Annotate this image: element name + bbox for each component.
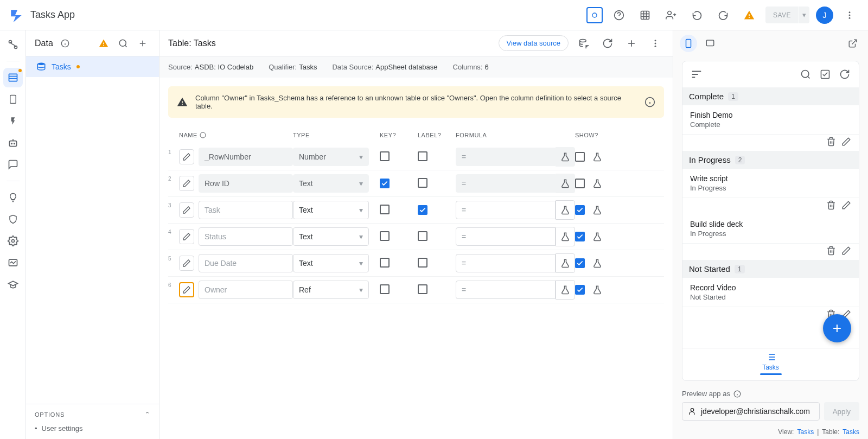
phone-nav-tasks[interactable]: Tasks: [682, 348, 859, 380]
add-table-icon[interactable]: [135, 36, 150, 51]
label-checkbox[interactable]: [418, 151, 427, 161]
table-link[interactable]: Tasks: [843, 428, 859, 436]
column-name-input[interactable]: Due Date: [199, 254, 293, 272]
column-type-select[interactable]: Text▾: [293, 227, 369, 246]
group-header[interactable]: In Progress2: [682, 151, 859, 169]
rail-settings-icon[interactable]: [3, 231, 23, 251]
label-checkbox[interactable]: [418, 231, 427, 241]
search-icon[interactable]: [116, 36, 131, 51]
column-name-input[interactable]: _RowNumber: [199, 148, 293, 166]
view-link[interactable]: Tasks: [797, 428, 814, 436]
label-checkbox[interactable]: [418, 284, 427, 294]
save-dropdown[interactable]: ▾: [799, 7, 809, 23]
column-name-input[interactable]: Row ID: [199, 174, 293, 193]
rail-intelligence-icon[interactable]: [3, 188, 23, 207]
edit-column-button[interactable]: [179, 282, 194, 297]
column-type-select[interactable]: Text▾: [293, 174, 369, 193]
show-checkbox[interactable]: [575, 232, 585, 241]
rail-home-icon[interactable]: [3, 35, 23, 54]
grid-icon[interactable]: [635, 5, 655, 25]
show-checkbox[interactable]: [575, 285, 585, 295]
key-checkbox[interactable]: [380, 231, 390, 241]
label-checkbox[interactable]: [418, 258, 427, 268]
rail-security-icon[interactable]: [3, 209, 23, 229]
rail-actions-icon[interactable]: [3, 111, 23, 131]
edit-column-button[interactable]: [179, 229, 194, 244]
flask-button[interactable]: [556, 174, 575, 193]
flask-button[interactable]: [556, 227, 575, 246]
edit-column-button[interactable]: [179, 256, 194, 271]
edit-icon[interactable]: [841, 200, 851, 210]
regenerate-icon[interactable]: [575, 35, 592, 52]
column-name-input[interactable]: Status: [199, 227, 293, 246]
rail-chat-icon[interactable]: [3, 155, 23, 174]
preview-refresh-icon[interactable]: [837, 67, 852, 82]
key-checkbox[interactable]: [380, 179, 390, 188]
label-checkbox[interactable]: [418, 178, 427, 188]
task-card[interactable]: Build slide deckIn Progress: [682, 214, 859, 260]
formula-input[interactable]: =: [456, 201, 556, 219]
view-data-source-button[interactable]: View data source: [499, 35, 569, 51]
show-checkbox[interactable]: [575, 152, 585, 162]
key-checkbox[interactable]: [380, 151, 390, 161]
column-name-input[interactable]: Owner: [199, 281, 293, 299]
show-checkbox[interactable]: [575, 258, 585, 268]
rail-views-icon[interactable]: [3, 90, 23, 109]
flask-button[interactable]: [556, 200, 575, 220]
flask-button[interactable]: [556, 253, 575, 273]
info-icon[interactable]: [644, 97, 655, 107]
sort-icon[interactable]: [689, 67, 704, 82]
undo-icon[interactable]: [687, 5, 707, 25]
mobile-preview-button[interactable]: [680, 35, 697, 52]
user-avatar[interactable]: J: [816, 7, 833, 24]
formula-input[interactable]: =: [456, 281, 556, 299]
more-icon[interactable]: [840, 5, 859, 25]
column-type-select[interactable]: Text▾: [293, 254, 369, 272]
add-user-icon[interactable]: [661, 5, 681, 25]
edit-icon[interactable]: [841, 246, 851, 256]
help-icon[interactable]: [609, 5, 629, 25]
rail-data-icon[interactable]: [3, 68, 23, 87]
add-column-icon[interactable]: [623, 35, 640, 52]
panel-warning-icon[interactable]: [96, 36, 111, 51]
rail-bot-icon[interactable]: [3, 133, 23, 152]
table-more-icon[interactable]: [647, 35, 664, 52]
rail-learn-icon[interactable]: [3, 275, 23, 294]
column-type-select[interactable]: Ref▾: [293, 281, 369, 299]
delete-icon[interactable]: [826, 246, 836, 256]
fab-add-button[interactable]: +: [823, 314, 851, 342]
show-flask-button[interactable]: [592, 258, 602, 268]
group-header[interactable]: Not Started1: [682, 260, 859, 278]
info-icon[interactable]: [733, 390, 741, 398]
rail-monitor-icon[interactable]: [3, 253, 23, 272]
label-checkbox[interactable]: [418, 205, 427, 215]
redo-icon[interactable]: [713, 5, 733, 25]
task-card[interactable]: Finish DemoComplete: [682, 105, 859, 151]
refresh-icon[interactable]: [599, 35, 616, 52]
delete-icon[interactable]: [826, 137, 836, 147]
user-settings-item[interactable]: • User settings: [35, 424, 150, 432]
delete-icon[interactable]: [826, 200, 836, 210]
key-checkbox[interactable]: [380, 284, 390, 294]
formula-input[interactable]: =: [456, 227, 556, 246]
show-flask-button[interactable]: [592, 179, 602, 188]
edit-icon[interactable]: [841, 137, 851, 147]
edit-column-button[interactable]: [179, 149, 194, 164]
key-checkbox[interactable]: [380, 258, 390, 268]
column-name-input[interactable]: Task: [199, 201, 293, 219]
show-flask-button[interactable]: [592, 152, 602, 162]
formula-input[interactable]: =: [456, 174, 556, 193]
formula-input[interactable]: =: [456, 254, 556, 272]
column-type-select[interactable]: Text▾: [293, 201, 369, 219]
apply-button[interactable]: Apply: [824, 402, 859, 421]
column-type-select[interactable]: Number▾: [293, 148, 369, 166]
flask-button[interactable]: [556, 280, 575, 300]
open-preview-icon[interactable]: [844, 35, 861, 52]
show-flask-button[interactable]: [592, 205, 602, 215]
edit-column-button[interactable]: [179, 202, 194, 218]
show-flask-button[interactable]: [592, 285, 602, 295]
tablet-preview-button[interactable]: [701, 35, 719, 52]
sidebar-item-tasks[interactable]: Tasks: [26, 56, 159, 77]
info-icon[interactable]: [58, 36, 73, 51]
select-icon[interactable]: [818, 67, 833, 82]
